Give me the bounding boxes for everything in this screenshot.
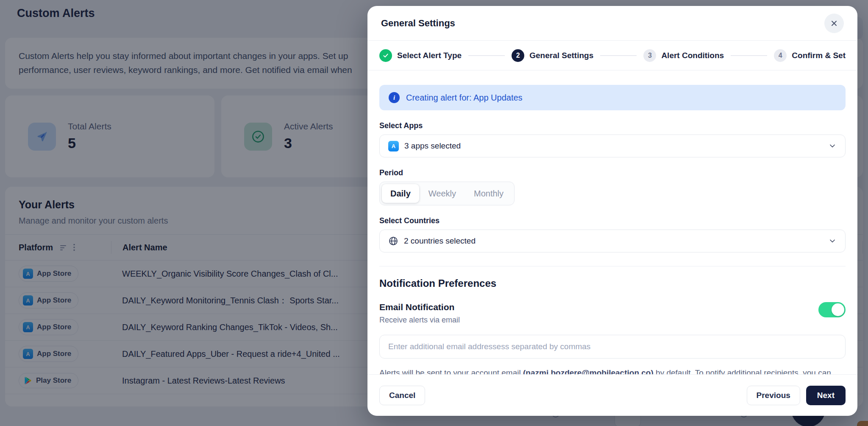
step-number: 3	[643, 49, 656, 62]
stepper: Select Alert Type 2 General Settings 3 A…	[367, 41, 857, 70]
step-general-settings[interactable]: 2 General Settings	[512, 49, 593, 62]
step-number: 2	[512, 49, 524, 62]
email-notification-row: Email Notification Receive alerts via em…	[379, 302, 846, 325]
notification-preferences-heading: Notification Preferences	[379, 277, 846, 289]
cancel-button[interactable]: Cancel	[379, 386, 425, 405]
email-notification-subtitle: Receive alerts via email	[379, 316, 460, 325]
period-segmented-control: Daily Weekly Monthly	[379, 182, 515, 205]
step-connector	[468, 55, 505, 56]
period-option-monthly[interactable]: Monthly	[465, 184, 512, 203]
step-connector	[600, 55, 637, 56]
chevron-down-icon	[828, 142, 837, 150]
previous-button[interactable]: Previous	[747, 386, 800, 405]
modal-body: i Creating alert for: App Updates Select…	[367, 70, 857, 374]
period-option-weekly[interactable]: Weekly	[420, 184, 465, 203]
svg-text:A: A	[392, 143, 396, 149]
step-number: 4	[774, 49, 787, 62]
additional-emails-input[interactable]	[379, 335, 846, 359]
select-apps-value: 3 apps selected	[404, 141, 461, 151]
app-store-icon: A	[388, 141, 399, 151]
step-select-alert-type[interactable]: Select Alert Type	[379, 49, 462, 62]
select-apps-label: Select Apps	[379, 121, 846, 130]
step-alert-conditions[interactable]: 3 Alert Conditions	[643, 49, 724, 62]
modal-title: General Settings	[381, 18, 455, 29]
close-button[interactable]	[824, 14, 844, 33]
info-banner-text: Creating alert for: App Updates	[406, 93, 523, 103]
select-apps-dropdown[interactable]: A 3 apps selected	[379, 135, 846, 157]
select-countries-label: Select Countries	[379, 216, 846, 225]
close-icon	[830, 19, 838, 28]
info-banner: i Creating alert for: App Updates	[379, 85, 846, 110]
step-connector	[731, 55, 767, 56]
select-countries-dropdown[interactable]: 2 countries selected	[379, 230, 846, 252]
period-option-daily[interactable]: Daily	[382, 184, 419, 203]
globe-icon	[388, 236, 398, 246]
info-icon: i	[389, 92, 400, 103]
toggle-knob	[832, 303, 844, 316]
email-notification-toggle[interactable]	[818, 302, 846, 317]
modal-header: General Settings	[367, 6, 857, 41]
account-email: (nazmi.bozdere@mobileaction.co)	[523, 368, 654, 374]
step-confirm-set[interactable]: 4 Confirm & Set	[774, 49, 846, 62]
period-label: Period	[379, 168, 846, 177]
email-notification-label: Email Notification	[379, 302, 460, 312]
next-button[interactable]: Next	[806, 386, 846, 405]
select-countries-value: 2 countries selected	[404, 236, 476, 246]
email-helper-text: Alerts will be sent to your account emai…	[379, 367, 846, 374]
step-done-check-icon	[379, 49, 392, 62]
chevron-down-icon	[828, 237, 837, 245]
general-settings-modal: General Settings Select Alert Type 2 Gen…	[367, 6, 857, 416]
modal-footer: Cancel Previous Next	[367, 374, 857, 416]
section-divider	[379, 266, 846, 266]
